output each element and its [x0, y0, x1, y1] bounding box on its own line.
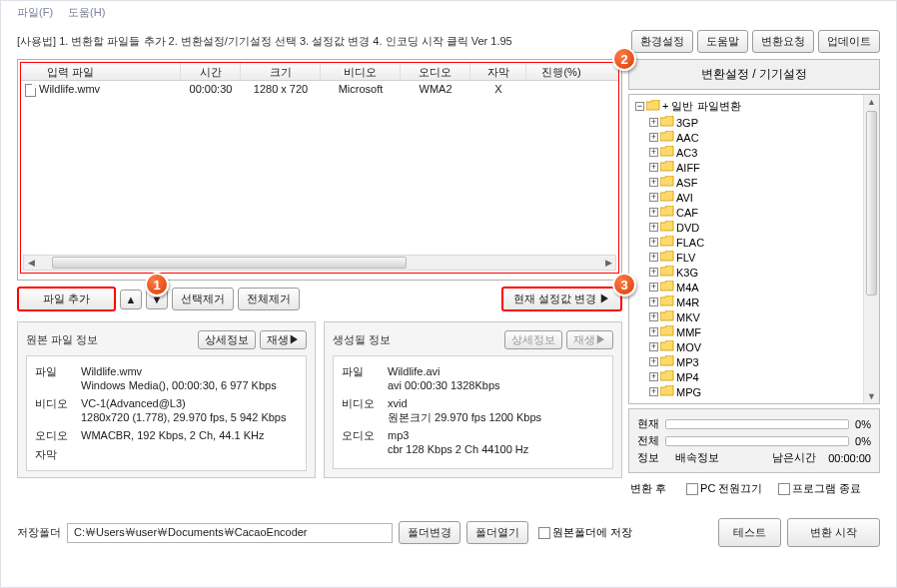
src-sub-value — [81, 447, 298, 462]
col-subtitle[interactable]: 자막 — [470, 63, 526, 80]
source-play-button[interactable]: 재생▶ — [260, 330, 307, 349]
remove-all-button[interactable]: 전체제거 — [238, 288, 300, 310]
collapse-icon[interactable]: − — [635, 102, 644, 111]
expand-icon[interactable]: + — [649, 193, 658, 202]
move-up-button[interactable]: ▲ — [120, 290, 142, 309]
file-table: 입력 파일 시간 크기 비디오 오디오 자막 진행(%) Wildlife.wm… — [17, 59, 622, 281]
save-in-source-label: 원본폴더에 저장 — [552, 526, 632, 538]
expand-icon[interactable]: + — [649, 283, 658, 292]
expand-icon[interactable]: + — [649, 312, 658, 321]
tree-root[interactable]: − + 일반 파일변환 — [635, 99, 873, 114]
help-button[interactable]: 도움말 — [697, 30, 748, 53]
current-progress-bar — [665, 419, 849, 429]
expand-icon[interactable]: + — [649, 253, 658, 262]
expand-icon[interactable]: + — [649, 208, 658, 217]
remove-selected-button[interactable]: 선택제거 — [172, 288, 234, 310]
tree-item-flv[interactable]: +FLV — [649, 250, 873, 265]
folder-icon — [660, 161, 674, 174]
expand-icon[interactable]: + — [649, 327, 658, 336]
badge-2: 2 — [612, 47, 636, 71]
tree-item-mkv[interactable]: +MKV — [649, 309, 873, 324]
file-name-cell: Wildlife.wmv — [39, 83, 100, 95]
folder-icon — [660, 116, 674, 129]
tree-item-mp3[interactable]: +MP3 — [649, 354, 873, 369]
src-file-value: Wildlife.wmvWindows Media(), 00:00:30, 6… — [81, 364, 298, 392]
file-video-cell: Microsoft — [321, 82, 401, 98]
tree-item-dvd[interactable]: +DVD — [649, 220, 873, 235]
v-scroll-thumb[interactable] — [866, 111, 877, 295]
badge-1: 1 — [145, 273, 169, 296]
expand-icon[interactable]: + — [649, 238, 658, 247]
expand-icon[interactable]: + — [649, 342, 658, 351]
tree-item-label: MKV — [676, 311, 700, 323]
tree-item-mov[interactable]: +MOV — [649, 339, 873, 354]
open-folder-button[interactable]: 폴더열기 — [466, 521, 528, 544]
tree-item-label: M4A — [676, 282, 699, 294]
tree-item-flac[interactable]: +FLAC — [649, 235, 873, 250]
format-tree[interactable]: − + 일반 파일변환 +3GP+AAC+AC3+AIFF+ASF+AVI+CA… — [628, 94, 880, 404]
scroll-down-icon[interactable]: ▼ — [864, 389, 879, 403]
expand-icon[interactable]: + — [649, 372, 658, 381]
tree-item-aiff[interactable]: +AIFF — [649, 160, 873, 175]
col-progress[interactable]: 진행(%) — [526, 63, 596, 80]
tree-item-avi[interactable]: +AVI — [649, 190, 873, 205]
menu-file[interactable]: 파일(F) — [17, 6, 53, 18]
save-path-input[interactable] — [67, 523, 393, 543]
out-file-label: 파일 — [342, 364, 388, 392]
exit-checkbox[interactable] — [778, 483, 790, 495]
file-row[interactable]: Wildlife.wmv 00:00:30 1280 x 720 Microso… — [21, 81, 618, 99]
h-scrollbar[interactable]: ◀ ▶ — [23, 255, 616, 271]
update-button[interactable]: 업데이트 — [818, 30, 880, 53]
expand-icon[interactable]: + — [649, 268, 658, 277]
expand-icon[interactable]: + — [649, 178, 658, 187]
col-time[interactable]: 시간 — [181, 63, 241, 80]
start-button[interactable]: 변환 시작 — [787, 518, 880, 547]
expand-icon[interactable]: + — [649, 387, 658, 396]
tree-item-label: DVD — [676, 222, 699, 234]
tree-item-mp4[interactable]: +MP4 — [649, 369, 873, 384]
tree-item-mmf[interactable]: +MMF — [649, 324, 873, 339]
save-in-source-checkbox[interactable] — [538, 527, 550, 539]
change-folder-button[interactable]: 폴더변경 — [399, 521, 460, 544]
exit-label: 프로그램 종료 — [792, 482, 861, 494]
menu-help[interactable]: 도움(H) — [68, 6, 105, 18]
expand-icon[interactable]: + — [649, 148, 658, 157]
expand-icon[interactable]: + — [649, 133, 658, 142]
table-header-row: 입력 파일 시간 크기 비디오 오디오 자막 진행(%) — [21, 63, 618, 81]
test-button[interactable]: 테스트 — [718, 518, 781, 547]
pc-off-checkbox[interactable] — [686, 483, 698, 495]
env-settings-button[interactable]: 환경설정 — [631, 30, 693, 53]
tree-item-k3g[interactable]: +K3G — [649, 265, 873, 280]
tree-item-aac[interactable]: +AAC — [649, 130, 873, 145]
tree-item-mpg[interactable]: +MPG — [649, 384, 873, 399]
add-file-button[interactable]: 파일 추가 — [17, 287, 116, 311]
tree-item-m4r[interactable]: +M4R — [649, 294, 873, 309]
v-scrollbar[interactable]: ▲ ▼ — [863, 95, 879, 403]
request-button[interactable]: 변환요청 — [752, 30, 814, 53]
source-info-pane: 원본 파일 정보 상세정보 재생▶ 파일 Wildlife.wmvWindows… — [17, 321, 316, 478]
scroll-right-icon[interactable]: ▶ — [601, 258, 615, 268]
col-audio[interactable]: 오디오 — [401, 63, 470, 80]
expand-icon[interactable]: + — [649, 118, 658, 127]
change-current-settings-button[interactable]: 현재 설정값 변경 ▶ — [501, 287, 622, 311]
scroll-up-icon[interactable]: ▲ — [864, 95, 879, 109]
col-size[interactable]: 크기 — [241, 63, 321, 80]
expand-icon[interactable]: + — [649, 357, 658, 366]
tree-item-m4a[interactable]: +M4A — [649, 280, 873, 294]
col-input-file[interactable]: 입력 파일 — [21, 63, 181, 80]
expand-icon[interactable]: + — [649, 297, 658, 306]
source-detail-button[interactable]: 상세정보 — [198, 330, 256, 349]
folder-icon — [660, 385, 674, 398]
tree-item-caf[interactable]: +CAF — [649, 205, 873, 220]
col-video[interactable]: 비디오 — [321, 63, 401, 80]
src-file-label: 파일 — [35, 364, 81, 392]
instructions-text: [사용법] 1. 변환할 파일들 추가 2. 변환설정/기기설정 선택 3. 설… — [17, 34, 631, 49]
tree-item-asf[interactable]: +ASF — [649, 175, 873, 190]
expand-icon[interactable]: + — [649, 223, 658, 232]
tree-item-3gp[interactable]: +3GP — [649, 115, 873, 130]
expand-icon[interactable]: + — [649, 163, 658, 172]
tree-item-ac3[interactable]: +AC3 — [649, 145, 873, 160]
scroll-thumb[interactable] — [52, 257, 407, 269]
folder-icon — [660, 310, 674, 323]
scroll-left-icon[interactable]: ◀ — [24, 258, 38, 268]
